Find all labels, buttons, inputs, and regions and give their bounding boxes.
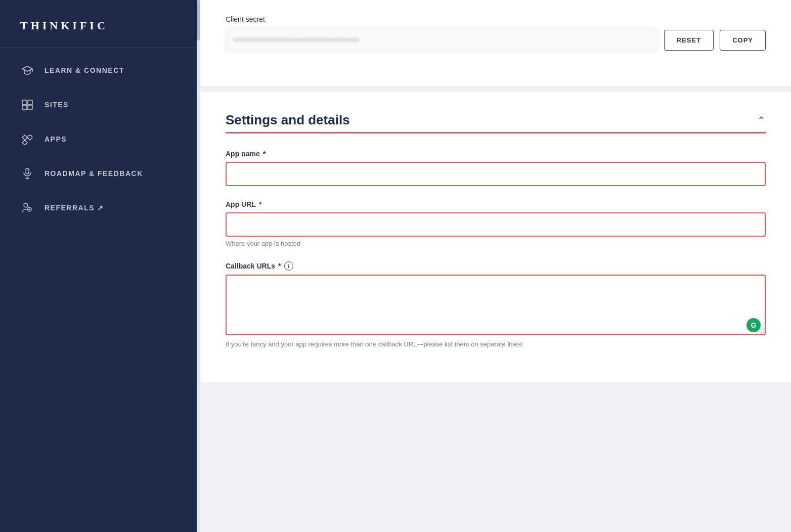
svg-rect-1 [22,100,27,105]
sites-icon [20,98,34,112]
sidebar-item-sites[interactable]: SITES [0,87,197,122]
app-url-input[interactable] [226,212,766,237]
referrals-icon [20,201,34,215]
copy-button[interactable]: COPY [720,30,766,51]
callback-urls-label: Callback URLs * i [226,261,766,271]
settings-divider [226,132,766,134]
sidebar: THINKIFIC LEARN & CONNECT [0,0,197,532]
sidebar-nav: LEARN & CONNECT SITES [0,48,197,225]
required-marker: * [278,262,281,270]
callback-urls-hint: If you're fancy and your app requires mo… [226,340,766,348]
svg-rect-4 [28,105,32,110]
sidebar-item-label: SITES [45,101,69,109]
client-secret-group: Client secret ••••••••••••••••••••••••••… [226,15,766,52]
callback-urls-wrapper: G [226,275,766,337]
svg-rect-3 [22,105,27,110]
app-name-group: App name * [226,150,766,186]
svg-point-9 [24,203,28,207]
logo-text: THINKIFIC [20,19,108,32]
app-url-label: App URL * [226,200,766,208]
info-icon[interactable]: i [284,261,293,271]
microphone-icon [20,166,34,181]
callback-urls-textarea[interactable] [226,275,766,335]
sidebar-logo: THINKIFIC [0,0,197,48]
sidebar-item-label: APPS [45,135,67,143]
settings-title: Settings and details [226,112,350,128]
app-name-label: App name * [226,150,766,158]
sidebar-item-label: LEARN & CONNECT [45,66,124,74]
client-secret-input: •••••••••••••••••••••••••••••••••••• [226,28,658,52]
required-marker: * [259,200,261,208]
client-secret-section: Client secret ••••••••••••••••••••••••••… [200,0,791,86]
app-url-hint: Where your app is hosted [226,240,766,247]
sidebar-item-label: REFERRALS ↗ [45,204,104,212]
settings-section: Settings and details ⌃ App name * App UR… [200,92,791,382]
svg-rect-6 [26,168,29,174]
sidebar-item-referrals[interactable]: REFERRALS ↗ [0,191,197,225]
sidebar-item-learn-connect[interactable]: LEARN & CONNECT [0,53,197,87]
graduation-cap-icon [20,63,34,77]
required-marker: * [263,150,266,158]
scrollbar-thumb [197,0,200,40]
callback-urls-group: Callback URLs * i G If you're fancy and … [226,261,766,348]
sidebar-scrollbar[interactable] [197,0,200,532]
client-secret-label: Client secret [226,15,766,23]
settings-header: Settings and details ⌃ [226,112,766,128]
sidebar-item-label: ROADMAP & FEEDBACK [45,169,143,178]
collapse-button[interactable]: ⌃ [757,114,766,126]
sidebar-item-apps[interactable]: APPS [0,122,197,156]
client-secret-row: •••••••••••••••••••••••••••••••••••• RES… [226,28,766,52]
main-content: Client secret ••••••••••••••••••••••••••… [200,0,791,532]
app-name-input[interactable] [226,162,766,186]
reset-button[interactable]: RESET [664,30,714,51]
sidebar-item-roadmap[interactable]: ROADMAP & FEEDBACK [0,156,197,191]
app-url-group: App URL * Where your app is hosted [226,200,766,247]
apps-icon [20,132,34,146]
svg-rect-2 [28,100,32,105]
grammarly-badge[interactable]: G [746,318,761,332]
